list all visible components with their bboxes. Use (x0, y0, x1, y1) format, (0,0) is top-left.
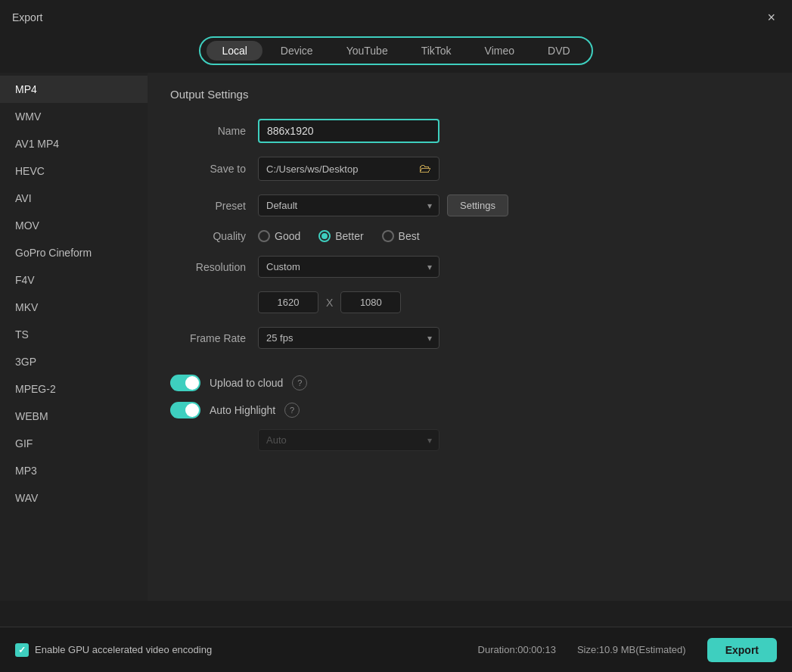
sidebar-item-mpeg2[interactable]: MPEG-2 (0, 375, 148, 403)
resolution-width-input[interactable] (258, 291, 318, 313)
auto-highlight-row: Auto Highlight ? (170, 402, 769, 418)
quality-control: Good Better Best (258, 230, 769, 242)
tab-bar: Local Device YouTube TikTok Vimeo DVD (0, 36, 792, 65)
resolution-dimensions-row: X (170, 291, 769, 313)
auto-highlight-toggle[interactable] (170, 402, 200, 418)
tab-dvd[interactable]: DVD (533, 41, 585, 61)
save-to-label: Save to (170, 163, 246, 175)
title-bar: Export × (0, 0, 792, 32)
sidebar-item-webm[interactable]: WEBM (0, 403, 148, 430)
sidebar: MP4 WMV AV1 MP4 HEVC AVI MOV GoPro Cinef… (0, 73, 148, 601)
resolution-control: Custom 1920x1080 1280x720 3840x2160 (258, 256, 769, 278)
quality-better[interactable]: Better (318, 230, 363, 242)
sidebar-item-mp3[interactable]: MP3 (0, 457, 148, 484)
upload-cloud-label: Upload to cloud (210, 377, 283, 389)
sidebar-item-mkv[interactable]: MKV (0, 294, 148, 321)
auto-select-wrapper: Auto (258, 429, 439, 451)
quality-row: Quality Good Better Best (170, 230, 769, 242)
sidebar-item-mp4[interactable]: MP4 (0, 76, 148, 103)
export-button[interactable]: Export (707, 638, 777, 662)
framerate-row: Frame Rate 25 fps 24 fps 30 fps 60 fps (170, 327, 769, 349)
tab-tiktok[interactable]: TikTok (406, 41, 467, 61)
preset-container: Default High Quality Low Quality Setting… (258, 194, 769, 216)
preset-label: Preset (170, 200, 246, 212)
sidebar-item-gopro[interactable]: GoPro Cineform (0, 239, 148, 266)
sidebar-item-wmv[interactable]: WMV (0, 103, 148, 130)
main-layout: MP4 WMV AV1 MP4 HEVC AVI MOV GoPro Cinef… (0, 73, 792, 601)
name-control (258, 119, 769, 143)
duration-info: Duration:00:00:13 (478, 644, 556, 655)
sidebar-item-mov[interactable]: MOV (0, 212, 148, 239)
upload-cloud-row: Upload to cloud ? (170, 375, 769, 391)
quality-good[interactable]: Good (258, 230, 300, 242)
window-title: Export (12, 11, 42, 23)
auto-select-row: Auto (170, 429, 769, 451)
quality-options: Good Better Best (258, 230, 769, 242)
upload-cloud-help-icon[interactable]: ? (292, 375, 307, 390)
spacer (170, 362, 769, 375)
quality-good-radio (258, 230, 270, 242)
sidebar-item-avi[interactable]: AVI (0, 185, 148, 212)
sidebar-item-av1mp4[interactable]: AV1 MP4 (0, 130, 148, 157)
duration-label: Duration: (478, 644, 518, 655)
gpu-label: Enable GPU accelerated video encoding (35, 644, 212, 655)
preset-select-wrapper: Default High Quality Low Quality (258, 194, 439, 216)
sidebar-item-f4v[interactable]: F4V (0, 266, 148, 294)
size-value: 10.9 MB(Estimated) (599, 644, 686, 655)
resolution-height-input[interactable] (340, 291, 401, 313)
quality-best[interactable]: Best (382, 230, 420, 242)
framerate-label: Frame Rate (170, 332, 246, 344)
tab-bar-inner: Local Device YouTube TikTok Vimeo DVD (199, 36, 592, 65)
quality-best-radio (382, 230, 394, 242)
name-label: Name (170, 125, 246, 137)
resolution-label: Resolution (170, 261, 246, 273)
resolution-row: Resolution Custom 1920x1080 1280x720 384… (170, 256, 769, 278)
save-to-row: Save to C:/Users/ws/Desktop 🗁 (170, 157, 769, 181)
tab-vimeo[interactable]: Vimeo (470, 41, 530, 61)
settings-button[interactable]: Settings (447, 194, 508, 216)
size-info: Size:10.9 MB(Estimated) (577, 644, 686, 655)
upload-cloud-toggle[interactable] (170, 375, 200, 391)
resolution-custom: X (258, 291, 769, 313)
bottom-bar: Enable GPU accelerated video encoding Du… (0, 627, 792, 672)
tab-device[interactable]: Device (266, 41, 328, 61)
tab-youtube[interactable]: YouTube (331, 41, 403, 61)
content-area: Output Settings Name Save to C:/Users/ws… (148, 73, 792, 601)
sidebar-item-wav[interactable]: WAV (0, 484, 148, 512)
preset-row: Preset Default High Quality Low Quality … (170, 194, 769, 216)
auto-highlight-label: Auto Highlight (210, 404, 275, 416)
quality-best-label: Best (399, 230, 420, 242)
resolution-dimensions-control: X (258, 291, 769, 313)
sidebar-item-ts[interactable]: TS (0, 321, 148, 348)
save-to-path: C:/Users/ws/Desktop (266, 163, 413, 175)
framerate-select[interactable]: 25 fps 24 fps 30 fps 60 fps (258, 327, 439, 349)
auto-select: Auto (258, 429, 439, 451)
quality-good-label: Good (275, 230, 300, 242)
sidebar-item-gif[interactable]: GIF (0, 430, 148, 457)
size-label: Size: (577, 644, 599, 655)
preset-select[interactable]: Default High Quality Low Quality (258, 194, 439, 216)
duration-value: 00:00:13 (517, 644, 556, 655)
resolution-x-separator: X (326, 297, 333, 309)
tab-local[interactable]: Local (207, 41, 262, 61)
gpu-checkbox-box (15, 643, 29, 657)
framerate-select-wrapper: 25 fps 24 fps 30 fps 60 fps (258, 327, 439, 349)
quality-better-radio (318, 230, 331, 242)
auto-highlight-help-icon[interactable]: ? (284, 403, 300, 418)
resolution-select-wrapper: Custom 1920x1080 1280x720 3840x2160 (258, 256, 439, 278)
save-to-container[interactable]: C:/Users/ws/Desktop 🗁 (258, 157, 439, 181)
section-title: Output Settings (170, 88, 769, 101)
sidebar-item-hevc[interactable]: HEVC (0, 157, 148, 185)
save-to-control: C:/Users/ws/Desktop 🗁 (258, 157, 769, 181)
resolution-select[interactable]: Custom 1920x1080 1280x720 3840x2160 (258, 256, 439, 278)
name-row: Name (170, 119, 769, 143)
close-button[interactable]: × (762, 9, 780, 26)
gpu-checkbox[interactable]: Enable GPU accelerated video encoding (15, 643, 212, 657)
quality-label: Quality (170, 230, 246, 242)
framerate-control: 25 fps 24 fps 30 fps 60 fps (258, 327, 769, 349)
folder-icon[interactable]: 🗁 (419, 162, 431, 176)
quality-better-label: Better (335, 230, 363, 242)
preset-control: Default High Quality Low Quality Setting… (258, 194, 769, 216)
sidebar-item-3gp[interactable]: 3GP (0, 348, 148, 375)
name-input[interactable] (258, 119, 439, 143)
